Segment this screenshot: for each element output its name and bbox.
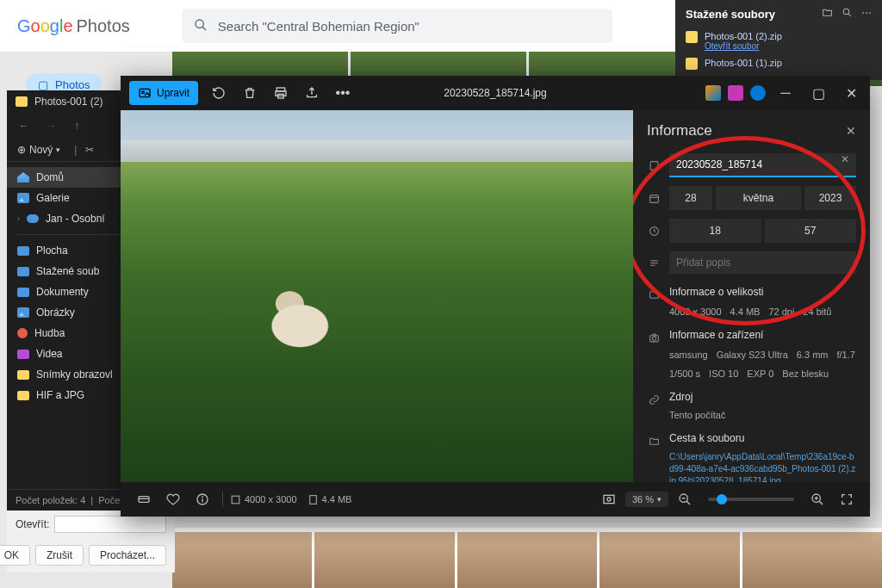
- svg-line-36: [819, 501, 823, 504]
- download-item[interactable]: Photos-001 (1).zip: [686, 54, 872, 73]
- viewer-footer: 4000 x 3000 4.4 MB 36 % ▾: [121, 482, 870, 517]
- up-button[interactable]: ↑: [74, 120, 79, 132]
- photo-canvas[interactable]: [121, 110, 633, 482]
- svg-point-20: [652, 336, 655, 339]
- description-input[interactable]: [669, 251, 856, 274]
- svg-rect-30: [604, 495, 614, 503]
- more-icon[interactable]: ⋯: [861, 7, 872, 21]
- download-item[interactable]: Photos-001 (2).zip Otevřít soubor: [686, 28, 872, 54]
- fullscreen-button[interactable]: [834, 486, 860, 512]
- zoom-in-button[interactable]: [804, 486, 830, 512]
- edit-icon: [138, 86, 152, 100]
- zoom-label[interactable]: 36 % ▾: [625, 492, 668, 507]
- print-button[interactable]: [267, 79, 295, 107]
- minimize-button[interactable]: ─: [770, 80, 801, 106]
- share-button[interactable]: [298, 79, 326, 107]
- calendar-icon: [647, 193, 661, 204]
- info-panel: Informace ✕ ✕ 28 května 2023: [633, 110, 870, 482]
- favorite-button[interactable]: [160, 486, 186, 512]
- filename-input[interactable]: [669, 153, 856, 177]
- tab-label: Photos: [55, 78, 90, 91]
- cut-icon[interactable]: ✂: [85, 144, 94, 156]
- onedrive-app-icon[interactable]: [750, 85, 766, 101]
- cloud-icon: [27, 214, 39, 223]
- download-name: Photos-001 (2).zip: [705, 31, 782, 41]
- clear-filename-button[interactable]: ✕: [841, 153, 849, 165]
- more-button[interactable]: •••: [329, 79, 357, 107]
- svg-line-33: [686, 501, 690, 504]
- home-icon: [17, 172, 29, 183]
- size-info-title: Informace o velikosti: [669, 286, 763, 298]
- downloads-panel: Stažené soubory ⋯ Photos-001 (2).zip Ote…: [675, 0, 882, 80]
- new-button[interactable]: ⊕ Nový ▾: [17, 144, 60, 156]
- date-month-input[interactable]: května: [716, 186, 801, 210]
- folder-icon[interactable]: [822, 7, 833, 21]
- browse-button[interactable]: Procházet...: [89, 545, 166, 566]
- pictures-icon: [17, 307, 29, 318]
- rotate-button[interactable]: [205, 79, 233, 107]
- ok-button[interactable]: OK: [0, 545, 30, 566]
- svg-rect-4: [140, 89, 150, 96]
- gallery-icon: [17, 193, 29, 203]
- folder-icon: [17, 391, 29, 400]
- zoom-slider-thumb[interactable]: [717, 494, 727, 504]
- time-minute-input[interactable]: 57: [765, 219, 857, 243]
- svg-line-3: [848, 14, 851, 16]
- folder-icon: [17, 267, 29, 276]
- open-file-input[interactable]: [54, 516, 166, 533]
- downloads-title: Stažené soubory: [686, 8, 775, 21]
- date-year-input[interactable]: 2023: [804, 186, 856, 210]
- svg-line-1: [202, 27, 206, 30]
- search-icon[interactable]: [842, 7, 853, 21]
- photo-image: [121, 110, 633, 482]
- forward-button[interactable]: →: [47, 120, 57, 132]
- viewer-titlebar: Upravit ••• 20230528_185714.jpg ─ ▢ ✕: [121, 76, 870, 110]
- back-button[interactable]: ←: [19, 120, 29, 132]
- svg-rect-10: [649, 195, 658, 202]
- svg-point-5: [142, 91, 145, 94]
- zoom-slider[interactable]: [708, 498, 794, 501]
- folder-icon: [17, 370, 29, 380]
- source-value: Tento počítač: [647, 410, 856, 420]
- link-icon: [647, 394, 661, 405]
- search-input[interactable]: Search "Central Bohemian Region": [182, 9, 612, 43]
- search-placeholder: Search "Central Bohemian Region": [218, 19, 419, 34]
- folder-icon: [17, 246, 29, 256]
- photos-app-icon[interactable]: [705, 85, 721, 101]
- source-title: Zdroj: [669, 391, 693, 403]
- maximize-button[interactable]: ▢: [803, 80, 834, 106]
- zip-icon: [686, 31, 698, 43]
- delete-button[interactable]: [236, 79, 264, 107]
- open-file-link[interactable]: Otevřít soubor: [705, 41, 782, 51]
- filmstrip-button[interactable]: [131, 486, 157, 512]
- device-info-title: Informace o zařízení: [669, 329, 763, 341]
- dimensions-label: 4000 x 3000: [230, 494, 297, 505]
- zoom-out-button[interactable]: [672, 486, 698, 512]
- fit-button[interactable]: [596, 486, 622, 512]
- svg-point-31: [607, 498, 611, 501]
- search-icon: [194, 18, 208, 34]
- file-title: 20230528_185714.jpg: [444, 87, 546, 99]
- close-button[interactable]: ✕: [835, 80, 866, 106]
- filename-icon: [647, 160, 661, 171]
- cancel-button[interactable]: Zrušit: [35, 545, 84, 566]
- clock-icon: [647, 226, 661, 237]
- close-info-button[interactable]: ✕: [846, 124, 856, 138]
- folder-icon: [647, 436, 661, 447]
- edit-button[interactable]: Upravit: [129, 81, 198, 105]
- path-title: Cesta k souboru: [669, 432, 744, 444]
- info-panel-title: Informace: [647, 122, 712, 139]
- svg-point-0: [196, 20, 203, 28]
- download-name: Photos-001 (1).zip: [705, 58, 782, 68]
- info-button[interactable]: [189, 486, 215, 512]
- svg-rect-28: [232, 496, 239, 504]
- description-icon: [647, 257, 661, 269]
- photo-viewer-window: Upravit ••• 20230528_185714.jpg ─ ▢ ✕ In…: [121, 76, 870, 517]
- clipchamp-app-icon[interactable]: [728, 85, 743, 101]
- open-label: Otevřít:: [16, 518, 49, 530]
- window-title: Photos-001 (2): [34, 96, 102, 108]
- date-day-input[interactable]: 28: [669, 186, 712, 210]
- time-hour-input[interactable]: 18: [669, 219, 761, 243]
- size-icon: [647, 289, 661, 300]
- size-info-values: 4000 x 30004.4 MB72 dpi24 bitů: [647, 306, 856, 317]
